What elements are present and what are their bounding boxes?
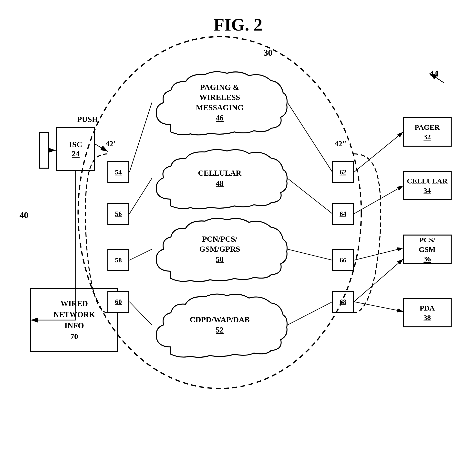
device-cellular: CELLULAR 34 bbox=[403, 171, 452, 200]
label-push: PUSH bbox=[77, 115, 98, 124]
isc-label: ISC bbox=[69, 140, 82, 149]
device-pda: PDA 38 bbox=[403, 298, 452, 327]
svg-line-16 bbox=[354, 248, 403, 260]
svg-line-15 bbox=[354, 186, 403, 214]
box-60: 60 bbox=[107, 291, 129, 313]
box-58: 58 bbox=[107, 249, 129, 271]
isc-box: ISC 24 bbox=[56, 127, 95, 171]
device-pcs-ref: 36 bbox=[424, 254, 431, 264]
antenna-symbol bbox=[39, 132, 49, 169]
box-66: 66 bbox=[332, 249, 354, 271]
cloud-cdpd: CDPD/WAP/DAB 52 bbox=[151, 291, 288, 359]
svg-line-17 bbox=[354, 302, 403, 311]
cloud-paging-ref: 46 bbox=[196, 113, 244, 123]
cloud-pcn-line2: GSM/GPRS bbox=[199, 244, 240, 254]
device-pager-ref: 32 bbox=[424, 132, 431, 142]
cloud-cdpd-line1: CDPD/WAP/DAB bbox=[190, 315, 250, 325]
diagram: FIG. 2 30 44 40 42' 42" PUSH ISC 24 WIRE… bbox=[0, 0, 476, 473]
svg-line-12 bbox=[288, 249, 332, 260]
svg-line-18 bbox=[354, 259, 403, 302]
ref-62: 62 bbox=[340, 168, 346, 176]
device-pda-ref: 38 bbox=[424, 313, 431, 322]
svg-line-8 bbox=[129, 249, 152, 260]
wired-network-box: WIRED NETWORK INFO 70 bbox=[30, 288, 118, 352]
cloud-paging-line1: PAGING & bbox=[196, 82, 244, 92]
wired-line3: INFO bbox=[65, 320, 84, 331]
figure-title: FIG. 2 bbox=[214, 15, 262, 35]
cloud-cellular-ref: 48 bbox=[198, 178, 241, 189]
svg-line-6 bbox=[129, 103, 152, 172]
device-cellular-label: CELLULAR bbox=[407, 176, 448, 186]
ref-64: 64 bbox=[340, 210, 346, 218]
device-pcs-line2: GSM bbox=[419, 245, 436, 254]
box-68: 68 bbox=[332, 291, 354, 313]
label-ref44: 44 bbox=[430, 68, 438, 79]
wired-line1: WIRED bbox=[61, 298, 88, 309]
svg-line-7 bbox=[129, 178, 152, 214]
label-ref42doubleprime: 42" bbox=[334, 139, 347, 148]
cloud-cellular-line1: CELLULAR bbox=[198, 168, 241, 178]
device-pcs-gsm: PCS/ GSM 36 bbox=[403, 235, 452, 264]
svg-line-10 bbox=[288, 103, 332, 172]
cloud-pcn-line1: PCN/PCS/ bbox=[199, 234, 240, 244]
svg-line-13 bbox=[288, 302, 332, 325]
device-pda-label: PDA bbox=[420, 303, 435, 313]
box-56: 56 bbox=[107, 203, 129, 225]
svg-line-11 bbox=[288, 178, 332, 214]
cloud-cdpd-ref: 52 bbox=[190, 325, 250, 335]
cloud-paging-line3: MESSAGING bbox=[196, 103, 244, 113]
device-cellular-ref: 34 bbox=[424, 186, 431, 195]
cloud-paging-line2: WIRELESS bbox=[196, 92, 244, 103]
ref-56: 56 bbox=[115, 210, 122, 218]
wired-line2: NETWORK bbox=[53, 309, 95, 320]
label-ref40: 40 bbox=[19, 210, 28, 220]
cloud-cdpd-text: CDPD/WAP/DAB 52 bbox=[190, 315, 250, 335]
box-64: 64 bbox=[332, 203, 354, 225]
ref-54: 54 bbox=[115, 168, 122, 176]
wired-ref: 70 bbox=[70, 331, 78, 342]
isc-ref: 24 bbox=[72, 149, 80, 158]
svg-line-9 bbox=[129, 302, 152, 325]
cloud-paging-text: PAGING & WIRELESS MESSAGING 46 bbox=[196, 82, 244, 123]
box-54: 54 bbox=[107, 161, 129, 183]
ref-66: 66 bbox=[340, 256, 346, 264]
cloud-cellular-net: CELLULAR 48 bbox=[151, 146, 288, 210]
cloud-pcn-ref: 50 bbox=[199, 254, 240, 265]
svg-line-14 bbox=[354, 132, 403, 172]
cloud-pcn-text: PCN/PCS/ GSM/GPRS 50 bbox=[199, 234, 240, 265]
ref-68: 68 bbox=[340, 298, 346, 306]
ref-60: 60 bbox=[115, 298, 122, 306]
cloud-cellular-text: CELLULAR 48 bbox=[198, 168, 241, 188]
device-pager-label: PAGER bbox=[415, 122, 440, 132]
device-pager: PAGER 32 bbox=[403, 117, 452, 146]
device-pcs-line1: PCS/ bbox=[419, 235, 435, 245]
label-ref30: 30 bbox=[264, 48, 272, 58]
label-ref42prime: 42' bbox=[105, 139, 116, 148]
box-62: 62 bbox=[332, 161, 354, 183]
cloud-pcn: PCN/PCS/ GSM/GPRS 50 bbox=[151, 215, 288, 283]
cloud-paging: PAGING & WIRELESS MESSAGING 46 bbox=[151, 68, 288, 137]
ref-58: 58 bbox=[115, 256, 122, 264]
